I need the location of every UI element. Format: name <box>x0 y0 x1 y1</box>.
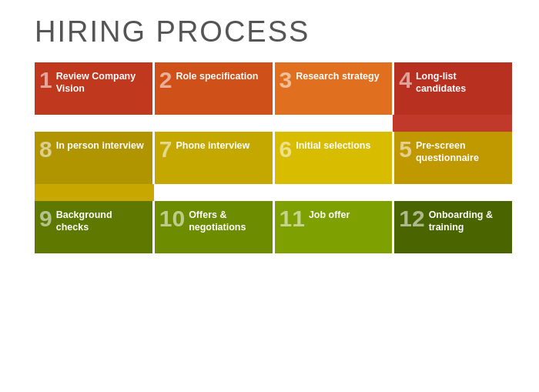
step-6-number: 6 <box>280 138 293 161</box>
step-1-number: 1 <box>39 69 52 92</box>
connector-left <box>35 184 512 201</box>
connector-right <box>35 115 512 132</box>
page-title: HIRING PROCESS <box>35 15 516 49</box>
step-2-label: Role specification <box>176 69 258 82</box>
row-2: 8In person interview7Phone interview6Ini… <box>35 132 512 184</box>
step-10-number: 10 <box>159 207 185 230</box>
page: HIRING PROCESS 1Review Company Vision2Ro… <box>0 0 539 392</box>
step-3-label: Research strategy <box>296 69 379 82</box>
step-7: 7Phone interview <box>155 132 273 184</box>
step-5-number: 5 <box>399 138 412 161</box>
step-9-label: Background checks <box>56 207 146 234</box>
step-7-label: Phone interview <box>176 138 249 152</box>
step-3: 3Research strategy <box>275 62 393 115</box>
step-12: 12Onboarding & training <box>394 201 512 253</box>
step-12-label: Onboarding & training <box>429 207 506 234</box>
row-1: 1Review Company Vision2Role specificatio… <box>35 62 512 115</box>
step-10-label: Offers & negotiations <box>189 207 266 234</box>
step-4-number: 4 <box>399 69 412 92</box>
step-11-label: Job offer <box>309 207 350 221</box>
step-1: 1Review Company Vision <box>35 62 152 115</box>
step-2: 2Role specification <box>155 62 273 115</box>
row-3: 9Background checks10Offers & negotiation… <box>35 201 512 253</box>
step-1-label: Review Company Vision <box>56 69 146 95</box>
step-12-number: 12 <box>399 207 424 230</box>
step-8-label: In person interview <box>56 138 144 152</box>
step-11-number: 11 <box>280 207 305 230</box>
step-6-label: Initial selections <box>296 138 370 152</box>
step-11: 11Job offer <box>275 201 393 253</box>
step-8-number: 8 <box>39 138 52 161</box>
process-container: 1Review Company Vision2Role specificatio… <box>35 62 512 253</box>
step-2-number: 2 <box>159 69 172 92</box>
step-4-label: Long-list candidates <box>416 69 506 95</box>
step-9-number: 9 <box>39 207 52 230</box>
step-7-number: 7 <box>159 138 172 161</box>
step-5: 5Pre-screen questionnaire <box>394 132 512 184</box>
step-8: 8In person interview <box>35 132 152 184</box>
step-5-label: Pre-screen questionnaire <box>416 138 506 165</box>
step-6: 6Initial selections <box>275 132 393 184</box>
step-9: 9Background checks <box>35 201 152 253</box>
step-3-number: 3 <box>280 69 293 92</box>
step-4: 4Long-list candidates <box>394 62 512 115</box>
step-10: 10Offers & negotiations <box>155 201 273 253</box>
